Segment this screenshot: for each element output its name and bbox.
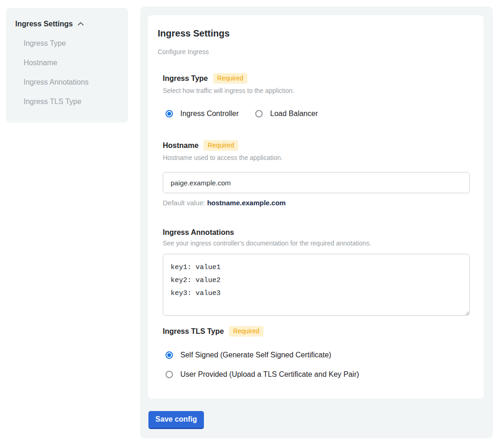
ingress-tls-type-label: Ingress TLS Type	[163, 327, 224, 335]
ingress-type-description: Select how traffic will ingress to the a…	[163, 87, 470, 94]
radio-unselected-icon[interactable]	[255, 110, 263, 117]
radio-selected-icon[interactable]	[166, 110, 173, 117]
radio-load-balancer[interactable]: Load Balancer	[255, 110, 318, 117]
sidebar: Ingress Settings Ingress Type Hostname I…	[6, 8, 128, 123]
sidebar-item-ingress-tls-type[interactable]: Ingress TLS Type	[24, 98, 119, 105]
sidebar-item-hostname[interactable]: Hostname	[24, 59, 119, 67]
ingress-type-label: Ingress Type	[163, 74, 208, 82]
ingress-type-options: Ingress Controller Load Balancer	[166, 110, 470, 117]
hostname-input[interactable]	[163, 172, 470, 193]
page: Ingress Settings Ingress Type Hostname I…	[0, 0, 504, 448]
ingress-tls-options: Self Signed (Generate Self Signed Certif…	[166, 351, 470, 378]
chevron-up-icon	[77, 20, 85, 28]
section-hostname: Hostname Required Hostname used to acces…	[163, 140, 470, 207]
hostname-default-line: Default value: hostname.example.com	[163, 199, 470, 207]
radio-label: Ingress Controller	[180, 110, 239, 117]
save-config-button[interactable]: Save config	[148, 411, 204, 429]
section-ingress-type: Ingress Type Required Select how traffic…	[163, 73, 470, 117]
ingress-annotations-label: Ingress Annotations	[163, 228, 234, 236]
ingress-annotations-description: See your ingress controller's documentat…	[163, 240, 470, 247]
hostname-label: Hostname	[163, 141, 198, 149]
radio-label: Self Signed (Generate Self Signed Certif…	[180, 351, 331, 359]
section-ingress-tls-type: Ingress TLS Type Required Self Signed (G…	[163, 326, 470, 378]
radio-label: Load Balancer	[270, 110, 318, 117]
page-subtitle: Configure Ingress	[158, 49, 470, 55]
page-title: Ingress Settings	[158, 28, 470, 39]
radio-user-provided[interactable]: User Provided (Upload a TLS Certificate …	[166, 370, 470, 378]
required-badge: Required	[213, 73, 248, 84]
hostname-description: Hostname used to access the application.	[163, 154, 470, 161]
required-badge: Required	[203, 140, 238, 151]
radio-label: User Provided (Upload a TLS Certificate …	[180, 370, 359, 378]
section-ingress-annotations: Ingress Annotations See your ingress con…	[163, 228, 470, 316]
radio-unselected-icon[interactable]	[166, 371, 173, 378]
radio-ingress-controller[interactable]: Ingress Controller	[166, 110, 239, 117]
main-panel: Ingress Settings Configure Ingress Ingre…	[140, 6, 493, 438]
ingress-settings-card: Ingress Settings Configure Ingress Ingre…	[148, 15, 484, 399]
default-value-text: hostname.example.com	[207, 199, 286, 207]
sidebar-item-ingress-annotations[interactable]: Ingress Annotations	[24, 79, 119, 86]
sidebar-group-title: Ingress Settings	[15, 20, 73, 28]
radio-selected-icon[interactable]	[166, 351, 173, 359]
required-badge: Required	[229, 326, 264, 337]
sidebar-item-ingress-type[interactable]: Ingress Type	[24, 40, 119, 47]
sidebar-group-ingress-settings[interactable]: Ingress Settings	[15, 20, 119, 28]
radio-self-signed[interactable]: Self Signed (Generate Self Signed Certif…	[166, 351, 470, 359]
ingress-annotations-textarea[interactable]: key1: value1 key2: value2 key3: value3	[163, 254, 470, 316]
default-value-prefix: Default value:	[163, 199, 207, 207]
